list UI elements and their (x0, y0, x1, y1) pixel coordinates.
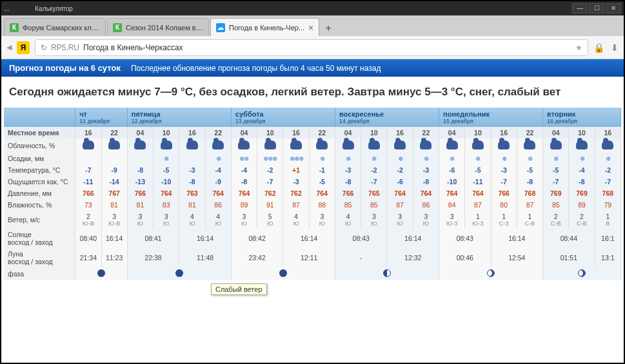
maximize-button[interactable]: ☐ (589, 3, 604, 14)
cell: 89 (231, 199, 257, 211)
cell (595, 139, 620, 153)
cell (127, 153, 153, 164)
moon-phase-cell (75, 267, 128, 280)
cell: 764 (413, 187, 439, 199)
cell: 22 (101, 127, 127, 139)
cell: 04 (543, 127, 569, 139)
cell: 22 (205, 127, 231, 139)
cell: 00:46 (439, 248, 491, 267)
cell: -8 (413, 176, 439, 187)
download-icon[interactable]: ⬇ (611, 43, 619, 53)
cell: 1С-В (517, 211, 542, 229)
cell: 768 (595, 187, 620, 199)
cell: -7 (75, 164, 101, 176)
cell: 10 (465, 127, 491, 139)
cell: -7 (491, 176, 517, 187)
cell: 01:51 (543, 248, 595, 267)
cell: 16 (595, 127, 620, 139)
yandex-button[interactable]: Я (17, 41, 30, 54)
cell: 16 (283, 127, 309, 139)
cell: 2Ю-В (75, 211, 101, 229)
cell: -7 (595, 176, 620, 187)
tooltip: Слабый ветер (211, 283, 267, 295)
close-button[interactable]: ✕ (606, 3, 621, 14)
cloud-icon (394, 140, 406, 149)
cell: 16:1 (595, 229, 620, 248)
cell: ❄ (491, 153, 517, 164)
cell: 10 (361, 127, 387, 139)
cloud-icon (108, 140, 120, 149)
moon-phase-cell (127, 267, 231, 280)
tab-close-icon[interactable]: × (308, 23, 313, 33)
cell: 3Ю (231, 211, 257, 229)
cell: ❄❄ (231, 153, 257, 164)
cell: -5 (154, 164, 179, 176)
cell: -5 (309, 176, 335, 187)
cell: -10 (154, 176, 179, 187)
cell: 84 (439, 199, 465, 211)
url-input[interactable]: ↻ RP5.RU Погода в Кинель-Черкассах ★ (35, 39, 588, 56)
browser-tabs: К Форум Самарских кла... К Сезон 2014 Ко… (1, 15, 624, 36)
cell: -7 (543, 176, 569, 187)
cloud-icon (602, 140, 613, 149)
cell: 04 (231, 127, 257, 139)
moon-phase-icon (175, 269, 183, 277)
cell: -1 (309, 164, 335, 176)
cell: 764 (439, 187, 465, 199)
cell: -8 (179, 176, 205, 187)
tab-label: Сезон 2014 Копаем вм... (126, 24, 203, 32)
moon-phase-cell (439, 267, 543, 280)
cell (154, 139, 179, 153)
cell: 10 (569, 127, 595, 139)
forecast-table: чт11 декабряпятница12 декабрясуббота13 д… (4, 108, 621, 280)
cell: 4Ю (335, 211, 361, 229)
row-label: Луна восход / заход (4, 248, 75, 267)
row-label: Облачность, % (4, 139, 75, 153)
cell: -7 (257, 176, 283, 187)
cell: 3Ю (387, 211, 413, 229)
row-label: Давление, мм (4, 187, 75, 199)
bookmark-icon[interactable]: ★ (575, 43, 582, 52)
cell: 5Ю (257, 211, 283, 229)
title-bar: ... Калькулятор — ☐ ✕ (1, 1, 624, 15)
moon-phase-cell (231, 267, 335, 280)
cell: 3Ю (309, 211, 335, 229)
minimize-button[interactable]: — (572, 3, 588, 14)
cloud-icon (290, 140, 302, 149)
cell: -9 (101, 164, 127, 176)
shield-icon[interactable]: 🔒 (593, 43, 604, 53)
cloud-icon (264, 140, 276, 149)
reload-icon[interactable]: ↻ (41, 43, 47, 52)
cell: -3 (335, 164, 361, 176)
cell: 769 (569, 187, 595, 199)
tab-weather[interactable]: ☁ Погода в Кинель-Чер... × (210, 18, 319, 36)
tab-forum[interactable]: К Форум Самарских кла... (4, 18, 106, 36)
cell: 21:34 (75, 248, 101, 267)
cell: -8 (127, 164, 153, 176)
cell: 16:14 (283, 229, 335, 248)
cell: 1В (595, 211, 620, 229)
cell (361, 139, 387, 153)
cell: 2С-В (569, 211, 595, 229)
cloud-icon (446, 140, 458, 149)
row-label: фаза (4, 267, 75, 280)
new-tab-button[interactable]: + (321, 21, 336, 36)
cell: -9 (205, 176, 231, 187)
cell: 4Ю (283, 211, 309, 229)
cell: 04 (439, 127, 465, 139)
cell: -8 (231, 176, 257, 187)
back-button[interactable]: ◀ (6, 43, 12, 52)
cell: - (335, 248, 387, 267)
row-label: Местное время (4, 127, 75, 139)
cell: 08:42 (231, 229, 283, 248)
cell (75, 139, 101, 153)
cloud-icon (134, 140, 146, 149)
cell: -2 (595, 164, 620, 176)
cell: -3 (283, 176, 309, 187)
cell: -8 (569, 176, 595, 187)
tab-season[interactable]: К Сезон 2014 Копаем вм... (107, 18, 209, 36)
cell: 12:11 (283, 248, 335, 267)
cell: -8 (517, 176, 542, 187)
cell: ❄ (205, 153, 231, 164)
cell: 04 (127, 127, 153, 139)
